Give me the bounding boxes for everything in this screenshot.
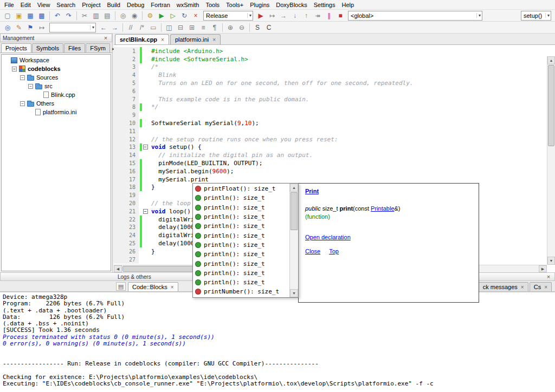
save-all-button[interactable]: ▩ [36,11,47,21]
expand-toggle-icon[interactable]: − [12,67,17,71]
build-target-select[interactable]: Release▾ [203,11,253,21]
autocomplete-item[interactable]: println(): size_t [193,259,289,268]
menu-tools[interactable]: Tools [202,1,223,9]
code-line[interactable]: 6 [114,87,547,95]
paste-button[interactable]: ▤ [102,11,113,21]
menu-help[interactable]: Help [338,1,357,9]
goto-line-button[interactable]: ↦ [36,23,47,32]
autocomplete-item[interactable]: println(): size_t [193,203,289,212]
build-and-run-button[interactable]: ▷ [167,11,178,21]
code-line[interactable]: 5 Turns on an LED on for one second, the… [114,79,547,87]
log-tab-cs[interactable]: Cs× [530,282,552,291]
tab-close-icon[interactable]: × [544,284,547,290]
autocomplete-item[interactable]: println(): size_t [193,269,289,278]
autocomplete-item[interactable]: printFloat(): size_t [193,184,289,193]
menu-tools-plus[interactable]: Tools+ [223,1,247,9]
code-line[interactable]: 8*/ [114,103,547,112]
replace-button[interactable]: ◉ [129,11,140,21]
tab-close-icon[interactable]: × [521,284,524,290]
split-vertical-button[interactable]: ⊟ [175,23,186,32]
menu-search[interactable]: Search [53,1,79,9]
autocomplete-item[interactable]: println(): size_t [193,221,289,231]
autocomplete-item[interactable]: println(): size_t [193,278,289,287]
fold-toggle-icon[interactable]: − [143,145,148,149]
tab-fsym[interactable]: FSym [86,43,110,53]
code-line[interactable]: 10SoftwareSerial mySerial(9,10); [114,119,547,127]
open-file-button[interactable]: ▣ [14,11,24,21]
code-line[interactable]: 9 [114,111,547,119]
scroll-up-icon[interactable]: ▲ [547,56,555,64]
new-file-button[interactable]: ▢ [2,11,13,21]
scroll-right-icon[interactable]: ▶ [539,265,547,272]
run-button[interactable]: ▶ [156,11,167,21]
undo-button[interactable]: ↶ [52,11,63,21]
code-line[interactable]: 3/* [114,63,547,71]
autocomplete-item[interactable]: println(): size_t [193,193,289,202]
next-line-button[interactable]: → [278,11,289,21]
code-line[interactable]: 4 Blink [114,71,547,79]
log-menu-icon[interactable]: ▤ [116,282,126,291]
bookmark-button[interactable]: ⚑ [25,23,36,32]
next-instruction-button[interactable]: ↠ [312,11,323,21]
search-text-select[interactable]: ▾ [49,23,96,32]
show-whitespace-button[interactable]: ⊞ [186,23,197,32]
doc-printable-link[interactable]: Printable [371,205,394,212]
rebuild-button[interactable]: ↻ [179,11,190,21]
logs-close-icon[interactable]: × [545,273,552,280]
menu-build[interactable]: Build [104,1,123,9]
debug-continue-button[interactable]: ▶ [255,11,266,21]
code-line[interactable]: 13−void setup() { [114,143,547,152]
function-scope-select[interactable]: setup() : voi▾ [521,11,551,21]
management-close-icon[interactable]: × [102,35,109,41]
zoom-out-button[interactable]: ⊖ [236,23,247,32]
chevron-down-icon[interactable]: ▾ [476,13,481,18]
tab-close-icon[interactable]: × [161,37,164,43]
doxyblocks-comment-button[interactable]: C [263,23,274,32]
autocomplete-item[interactable]: println(): size_t [193,212,289,221]
doc-top-link[interactable]: Top [329,248,339,254]
menu-settings[interactable]: Settings [311,1,339,9]
tree-item-codeblocks[interactable]: −codeblocks [2,64,111,73]
abort-button[interactable]: × [190,11,201,21]
step-out-button[interactable]: ↑ [301,11,312,21]
menu-wxsmith[interactable]: wxSmith [173,1,203,9]
doc-class-link[interactable]: Print [305,188,319,194]
tree-item-sources[interactable]: −Sources [2,73,111,82]
doc-close-link[interactable]: Close [305,248,320,254]
autocomplete-item[interactable]: printNumber(): size_t [193,287,289,296]
chevron-down-icon[interactable]: ▾ [247,13,251,18]
build-button[interactable]: ⚙ [145,11,156,21]
tab-files[interactable]: Files [64,43,85,53]
menu-fortran[interactable]: Fortran [147,1,173,9]
open-declaration-link[interactable]: Open declaration [305,234,351,240]
autocomplete-item[interactable]: println(): size_t [193,250,289,259]
search-forward-button[interactable]: → [109,23,120,32]
find-button[interactable]: ◎ [118,11,128,21]
autocomplete-item[interactable]: println(): size_t [193,240,289,250]
menu-file[interactable]: File [1,1,17,9]
tab-close-icon[interactable]: × [212,37,216,43]
run-to-cursor-button[interactable]: ↦ [267,11,278,21]
tree-item-platformio-ini[interactable]: platformio.ini [2,108,111,116]
menu-doxyblocks[interactable]: DoxyBlocks [273,1,310,9]
tree-item-src[interactable]: −src [2,82,111,90]
save-button[interactable]: ▦ [25,11,36,21]
tree-item-others[interactable]: −Others [2,99,111,108]
code-line[interactable]: 7 This example code is in the public dom… [114,95,547,103]
expand-toggle-icon[interactable]: − [20,75,25,80]
tab-projects[interactable]: Projects [1,43,31,53]
tree-item-blink-cpp[interactable]: Blink.cpp [2,90,111,99]
autocomplete-item[interactable]: println(): size_t [193,231,289,240]
scrollbar-thumb[interactable] [291,192,298,230]
copy-button[interactable]: ▥ [91,11,101,21]
search-back-button[interactable]: ← [98,23,109,32]
scroll-left-icon[interactable]: ◀ [114,265,122,272]
doxyblocks-source-button[interactable]: S [252,23,263,32]
editor-tab[interactable]: platformio.ini× [170,34,221,44]
log-tab-ck-messages[interactable]: ck messages× [479,282,528,291]
tab-symbols[interactable]: Symbols [32,43,63,53]
select-block-button[interactable]: ▭ [148,23,159,32]
vscrollbar-thumb[interactable] [548,65,554,146]
uncomment-button[interactable]: /* [137,23,147,32]
menu-project[interactable]: Project [79,1,104,9]
